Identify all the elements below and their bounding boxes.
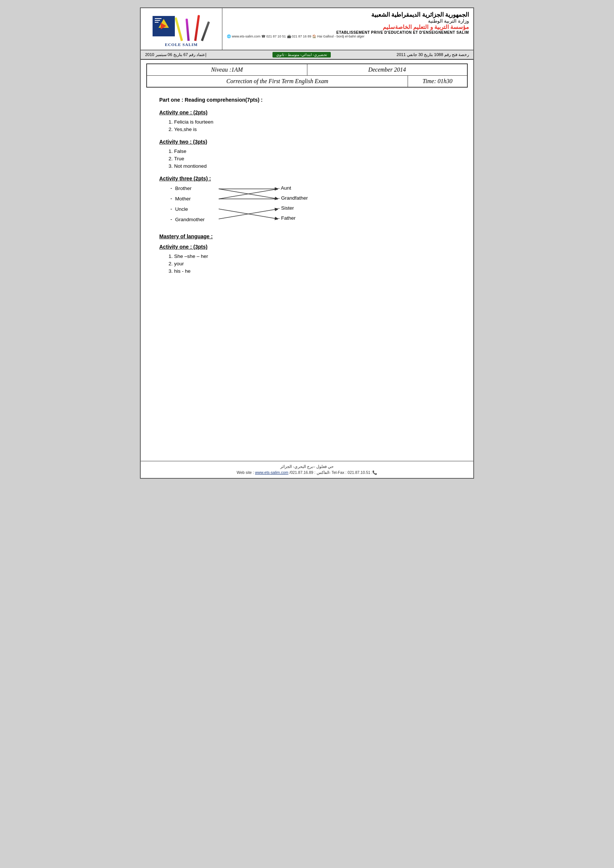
activity-two-title: Activity two : (3pts): [159, 139, 455, 145]
levels-badge: تحضيري- ابتدائي- متوسط - ثانوي: [273, 52, 331, 57]
institution-part2-red: سليم: [383, 24, 395, 30]
match-left-grandmother: - Grandmother: [171, 216, 219, 222]
list-item: True: [174, 156, 455, 161]
arabic-line-institution: مؤسسة التربية و التعليم الخاصةسليم: [227, 24, 469, 30]
list-item: your: [174, 261, 455, 267]
logo-line-3: [155, 22, 158, 23]
footer-arabic-address: حي فعلول –برج البحري- الجزائر: [148, 464, 466, 469]
pencil-dark: [201, 21, 210, 41]
list-item: She –she – her: [174, 253, 455, 259]
mastery-title: Mastery of language :: [159, 233, 455, 239]
match-left-uncle: - Uncle: [171, 206, 219, 212]
contact-info: 🌐 www.ets-salim.com ☎ 021 87 10 51 📠 021…: [227, 34, 469, 38]
mastery-section: Mastery of language : Activity one : (3p…: [159, 233, 455, 274]
header-top: ECOLE SALIM الجمهورية الجزائرية الديمقرا…: [141, 8, 473, 50]
part-one-title: Part one : Reading comprehension(7pts) :: [159, 97, 455, 103]
pencil-red: [194, 15, 200, 41]
logo-area: ECOLE SALIM: [141, 8, 222, 50]
footer-latin-contact: Web site : www.ets-salim.com /021.87.16.…: [148, 470, 466, 475]
pencils-area: [177, 11, 211, 41]
match-right-father: - Father: [278, 215, 326, 221]
list-item: his - he: [174, 268, 455, 274]
list-item: Not montioned: [174, 163, 455, 169]
list-item: Felicia is fourteen: [174, 119, 455, 125]
match-right-aunt: - Aunt: [278, 185, 326, 191]
exam-info-table: Niveau :1AM December 2014 Correction of …: [146, 64, 468, 88]
school-name-label: ECOLE SALIM: [165, 42, 197, 47]
page: ECOLE SALIM الجمهورية الجزائرية الديمقرا…: [140, 8, 474, 479]
logo-inner: [153, 11, 211, 41]
match-left-brother: - Brother: [171, 185, 219, 191]
page-footer: حي فعلول –برج البحري- الجزائر Web site :…: [141, 461, 473, 478]
activity-two-answers: False True Not montioned: [159, 149, 455, 169]
logo-play-icon: [161, 23, 166, 29]
match-right-column: - Aunt - Grandfather - Sister - Father: [278, 185, 326, 221]
pencil-purple: [185, 19, 189, 41]
header: ECOLE SALIM الجمهورية الجزائرية الديمقرا…: [141, 8, 473, 60]
logo-box: [153, 16, 175, 36]
pencil-yellow: [174, 17, 183, 41]
arabic-info: الجمهورية الجزائرية الديمقراطية الشعبية …: [222, 8, 473, 50]
match-right-sister: - Sister: [278, 205, 326, 211]
matching-lines-svg: [219, 185, 278, 226]
license-info: رخصة فتح رقم 1088 بتاريخ 30 جانفي 2011: [397, 52, 469, 57]
exam-row-1: Niveau :1AM December 2014: [147, 64, 467, 76]
niveau-cell: Niveau :1AM: [147, 64, 307, 75]
activity-three-title: Activity three (2pts) :: [159, 175, 455, 181]
accreditation-info: إعتماد رقم 67 بتاريخ 06 سبتمبر 2010: [145, 52, 206, 57]
institution-part1: مؤسسة التربية و التعليم الخاصة: [395, 24, 469, 30]
list-item: False: [174, 149, 455, 154]
content-area: Part one : Reading comprehension(7pts) :…: [141, 90, 473, 288]
activity-one-reading-answers: Felicia is fourteen Yes,she is: [159, 119, 455, 132]
match-left-mother: - Mother: [171, 195, 219, 202]
time-cell: Time: 01h30: [408, 76, 467, 87]
exam-row-2: Correction of the First Term English Exa…: [147, 76, 467, 87]
match-right-grandfather: - Grandfather: [278, 195, 326, 201]
activity-one-reading-title: Activity one : (2pts): [159, 110, 455, 115]
header-bottom-bar: إعتماد رقم 67 بتاريخ 06 سبتمبر 2010 تحضي…: [141, 50, 473, 59]
arabic-line-republic: الجمهورية الجزائرية الديمقراطية الشعبية: [227, 11, 469, 18]
mastery-activity-one-answers: She –she – her your his - he: [159, 253, 455, 274]
establishment-latin: ETABLISSEMENT PRIVE D'EDUCATION ET D'ENS…: [227, 30, 469, 34]
mastery-activity-one-title: Activity one : (3pts): [159, 244, 455, 250]
matching-diagram: - Brother - Mother - Uncle - Grandmother: [171, 185, 455, 226]
match-left-column: - Brother - Mother - Uncle - Grandmother: [171, 185, 219, 222]
date-cell: December 2014: [307, 64, 467, 75]
arabic-line-ministry: وزارة التربية الوطنية: [227, 18, 469, 24]
footer-website-link[interactable]: www.ets-salim.com: [255, 470, 288, 474]
exam-title-cell: Correction of the First Term English Exa…: [147, 76, 408, 87]
list-item: Yes,she is: [174, 127, 455, 132]
